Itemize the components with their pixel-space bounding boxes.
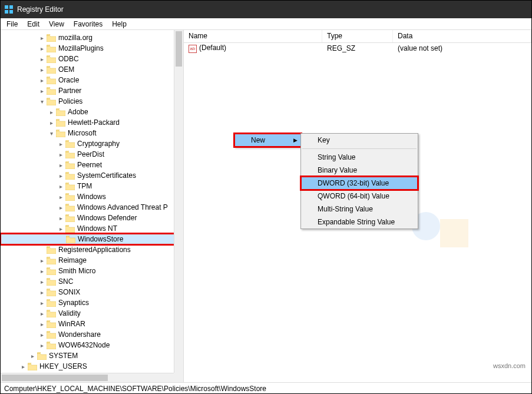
tree-expander-closed[interactable] [57,226,64,232]
tree-item[interactable]: Synaptics [1,297,183,308]
tree-expander-closed[interactable] [57,183,64,190]
tree-item[interactable]: SONIX [1,287,183,297]
tree-item[interactable]: Windows Defender [1,213,183,223]
tree-item[interactable]: SystemCertificates [1,170,183,181]
menu-view[interactable]: View [44,19,69,29]
tree-item-label: ODBC [58,55,79,63]
tree-expander-closed[interactable] [38,300,45,306]
tree-item[interactable]: RegisteredApplications [1,244,183,255]
tree-expander-closed[interactable] [29,353,36,359]
tree-item[interactable]: Peernet [1,160,183,170]
context-menu[interactable]: New▶ KeyString ValueBinary ValueDWORD (3… [234,133,302,147]
tree-expander-closed[interactable] [38,88,45,94]
tree-expander-closed[interactable] [19,363,27,370]
context-menu-item[interactable]: DWORD (32-bit) Value [301,177,418,190]
tree-item[interactable]: Policies [1,96,183,107]
scrollbar-thumb[interactable] [176,31,182,67]
column-header-name[interactable]: Name [184,30,322,42]
list-pane[interactable]: Name Type Data ab(Default) REG_SZ (value… [184,30,531,382]
context-menu-item[interactable]: QWORD (64-bit) Value [301,190,418,203]
tree-item[interactable]: Windows [1,191,183,202]
column-header-data[interactable]: Data [393,30,531,42]
tree-item[interactable]: OEM [1,64,183,75]
context-menu-item[interactable]: Expandable String Value [301,216,418,229]
context-menu-item[interactable]: Binary Value [301,164,418,177]
tree-expander-closed[interactable] [48,109,55,115]
tree-expander-closed[interactable] [38,279,45,285]
svg-rect-2 [5,10,8,14]
tree-expander-closed[interactable] [57,173,64,179]
list-row[interactable]: ab(Default) REG_SZ (value not set) [184,43,531,54]
tree-item-label: PeerDist [77,150,104,158]
tree-expander-open[interactable] [48,130,55,137]
tree-expander-closed[interactable] [38,45,45,52]
tree-expander-closed[interactable] [57,141,64,147]
tree-expander-closed[interactable] [38,342,45,349]
tree-item[interactable]: ODBC [1,54,183,64]
tree-item[interactable]: SNC [1,276,183,287]
tree-item[interactable]: Cryptography [1,138,183,149]
tree-expander-closed[interactable] [38,56,45,62]
folder-icon [65,183,75,190]
tree-item[interactable]: WindowsStore [1,234,183,244]
context-menu-item[interactable]: String Value [301,151,418,164]
tree-item[interactable]: Windows NT [1,223,183,234]
folder-icon [66,236,75,243]
tree-item[interactable]: Windows Advanced Threat P [1,202,183,213]
tree-item[interactable]: MozillaPlugins [1,43,183,54]
scrollbar-thumb[interactable] [2,375,108,381]
tree-item[interactable]: Oracle [1,75,183,85]
menu-favorites[interactable]: Favorites [69,19,107,29]
context-menu-item[interactable]: Multi-String Value [301,203,418,216]
tree-expander-closed[interactable] [38,77,45,84]
folder-icon [47,66,56,74]
registry-tree[interactable]: mozilla.orgMozillaPluginsODBCOEMOraclePa… [1,30,183,374]
tree-item[interactable]: WinRAR [1,319,183,329]
tree-item[interactable]: Wondershare [1,329,183,340]
tree-item[interactable]: PeerDist [1,149,183,160]
tree-expander-closed[interactable] [57,162,64,168]
tree-expander-closed[interactable] [57,204,64,211]
tree-item[interactable]: HKEY_USERS [1,361,183,372]
tree-expander-closed[interactable] [57,151,64,158]
context-menu-item[interactable]: Key [301,134,418,147]
tree-item[interactable]: Partner [1,85,183,96]
tree-item[interactable]: Validity [1,308,183,319]
menu-help[interactable]: Help [107,19,131,29]
column-header-type[interactable]: Type [322,30,393,42]
tree-item[interactable]: WOW6432Node [1,340,183,350]
tree-expander-open[interactable] [38,98,45,105]
tree-item[interactable]: Microsoft [1,128,183,138]
tree-item[interactable]: mozilla.org [1,32,183,43]
tree-expander-closed[interactable] [38,321,45,327]
tree-item[interactable]: Adobe [1,107,183,117]
tree-item-label: Validity [58,309,81,317]
context-menu-item[interactable]: New▶ [234,134,301,147]
tree-item[interactable]: TPM [1,181,183,191]
tree-expander-closed[interactable] [57,194,64,200]
tree-scrollbar-vertical[interactable] [174,30,183,373]
tree-expander-closed[interactable] [57,215,64,221]
window-title: Registry Editor [17,5,64,14]
tree-expander-closed[interactable] [38,332,45,338]
menu-edit[interactable]: Edit [22,19,44,29]
tree-item[interactable]: SYSTEM [1,350,183,361]
folder-icon [56,130,65,137]
tree-scrollbar-horizontal[interactable] [1,373,174,382]
tree-item[interactable]: Smith Micro [1,266,183,276]
list-body[interactable]: ab(Default) REG_SZ (value not set) [184,43,531,54]
value-name-cell[interactable]: ab(Default) [184,43,322,54]
context-submenu-new[interactable]: KeyString ValueBinary ValueDWORD (32-bit… [300,133,418,229]
menu-file[interactable]: File [2,19,22,29]
tree-expander-closed[interactable] [38,310,45,317]
tree-pane[interactable]: mozilla.orgMozillaPluginsODBCOEMOraclePa… [1,30,184,382]
tree-expander-closed[interactable] [38,289,45,296]
tree-expander-closed[interactable] [38,268,45,274]
tree-expander-closed[interactable] [38,35,45,41]
tree-expander-closed[interactable] [38,67,45,73]
tree-item[interactable]: Reimage [1,255,183,266]
tree-expander-closed[interactable] [38,257,45,264]
svg-rect-0 [5,5,8,9]
tree-expander-closed[interactable] [48,120,55,126]
tree-item[interactable]: Hewlett-Packard [1,117,183,128]
